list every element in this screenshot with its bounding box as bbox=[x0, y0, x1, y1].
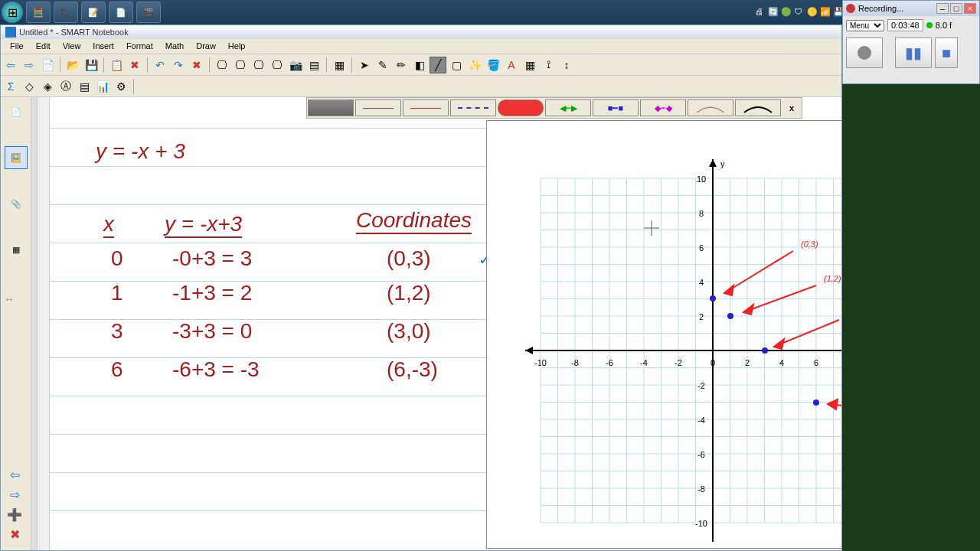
screen3-button[interactable]: 🖵 bbox=[250, 57, 267, 73]
start-button[interactable]: ⊞ bbox=[2, 2, 23, 23]
maximize-button[interactable]: □ bbox=[950, 3, 962, 14]
add-page-button[interactable]: 📄 bbox=[39, 57, 56, 73]
line-solid-red[interactable] bbox=[403, 99, 449, 116]
svg-marker-77 bbox=[743, 305, 753, 315]
canvas[interactable]: ◀┅▶ ■━■ ◆┅◆ x y = -x + 3 x y = -x+3 Coor… bbox=[50, 97, 841, 550]
window-title: Untitled * - SMART Notebook bbox=[19, 28, 129, 37]
properties-tool[interactable]: ▦ bbox=[521, 57, 538, 73]
move-toolbar[interactable]: ↕ bbox=[558, 57, 575, 73]
svg-text:10: 10 bbox=[697, 174, 706, 184]
measure-tool[interactable]: ⟟ bbox=[540, 57, 557, 73]
screen4-button[interactable]: 🖵 bbox=[269, 57, 286, 73]
line-tool[interactable]: ╱ bbox=[430, 57, 446, 73]
window-titlebar[interactable]: Untitled * - SMART Notebook bbox=[1, 25, 841, 39]
compass-tool[interactable]: Ⓐ bbox=[57, 78, 74, 95]
shade-button[interactable]: ▤ bbox=[305, 57, 322, 73]
menu-format[interactable]: Format bbox=[120, 39, 159, 54]
line-style-toolbar[interactable]: ◀┅▶ ■━■ ◆┅◆ x bbox=[306, 97, 802, 119]
taskbar-app[interactable]: 📞 bbox=[54, 2, 78, 23]
screen2-button[interactable]: 🖵 bbox=[232, 57, 249, 73]
taskbar-app[interactable]: 🎬 bbox=[136, 2, 161, 23]
sidebar-attachments[interactable]: 📎 bbox=[5, 192, 28, 215]
magic-pen-tool[interactable]: ✨ bbox=[466, 57, 483, 73]
save-button[interactable]: 💾 bbox=[83, 57, 100, 73]
line-arc2[interactable] bbox=[735, 99, 781, 116]
menu-edit[interactable]: Edit bbox=[30, 39, 57, 54]
nav-next[interactable]: ⇨ bbox=[4, 486, 25, 503]
cell-y: -0+3 = 3 bbox=[172, 246, 252, 271]
menu-insert[interactable]: Insert bbox=[87, 39, 120, 54]
panel-splitter[interactable] bbox=[31, 97, 38, 550]
pen-tool[interactable]: ✎ bbox=[374, 57, 391, 73]
pause-button[interactable]: ▮▮ bbox=[895, 37, 932, 68]
line-arrow-red[interactable] bbox=[498, 99, 544, 116]
close-button[interactable]: × bbox=[964, 3, 976, 14]
recording-menu-dropdown[interactable]: Menu bbox=[846, 20, 884, 31]
nav-add[interactable]: ➕ bbox=[4, 506, 25, 523]
tray-icon[interactable]: 🔄 bbox=[768, 7, 779, 18]
select-tool[interactable]: ➤ bbox=[356, 57, 373, 73]
menu-file[interactable]: File bbox=[4, 39, 30, 54]
tray-icon[interactable]: 🛡 bbox=[794, 7, 805, 18]
sidebar-properties[interactable]: ▦ bbox=[5, 238, 28, 261]
shape-tool2[interactable]: ◇ bbox=[21, 78, 38, 95]
capture-button[interactable]: 📷 bbox=[287, 57, 304, 73]
line-diamond-magenta[interactable]: ◆┅◆ bbox=[640, 99, 686, 116]
nav-delete[interactable]: ✖ bbox=[4, 526, 25, 543]
text-tool[interactable]: A bbox=[503, 57, 520, 73]
paste-button[interactable]: 📋 bbox=[108, 57, 125, 73]
line-square-blue[interactable]: ■━■ bbox=[593, 99, 639, 116]
taskbar-app[interactable]: 📝 bbox=[81, 2, 106, 23]
forward-button[interactable]: ⇨ bbox=[21, 57, 38, 73]
gear-tool[interactable]: ⚙ bbox=[113, 78, 129, 95]
sigma-tool[interactable]: Σ bbox=[2, 78, 19, 95]
line-solid-thick[interactable] bbox=[308, 99, 354, 116]
main-toolbar: ⇦ ⇨ 📄 📂 💾 📋 ✖ ↶ ↷ ✖ 🖵 🖵 🖵 🖵 📷 ▤ ▦ ➤ ✎ ✏ … bbox=[1, 54, 841, 76]
sidebar-gallery[interactable]: 🖼️ bbox=[5, 146, 28, 169]
taskbar-app[interactable]: 📄 bbox=[109, 2, 133, 23]
creative-pen-tool[interactable]: ✏ bbox=[393, 57, 410, 73]
table-button[interactable]: ▦ bbox=[331, 57, 348, 73]
resize-handle-icon[interactable]: ↔ bbox=[4, 293, 15, 305]
menu-math[interactable]: Math bbox=[159, 39, 190, 54]
delete2-button[interactable]: ✖ bbox=[188, 57, 205, 73]
redo-button[interactable]: ↷ bbox=[170, 57, 187, 73]
undo-button[interactable]: ↶ bbox=[152, 57, 168, 73]
open-button[interactable]: 📂 bbox=[64, 57, 81, 73]
col-x-header: x bbox=[103, 212, 114, 238]
graph-tool[interactable]: 📊 bbox=[94, 78, 111, 95]
taskbar-app[interactable]: 🧮 bbox=[26, 2, 51, 23]
sidebar-pages[interactable]: 📄 bbox=[5, 100, 28, 123]
recording-window[interactable]: Recording... – □ × Menu 0:03:48 8.0 f ▮▮… bbox=[842, 0, 980, 84]
delete-button[interactable]: ✖ bbox=[126, 57, 143, 73]
menu-view[interactable]: View bbox=[57, 39, 87, 54]
svg-text:-6: -6 bbox=[697, 450, 705, 459]
nav-prev[interactable]: ⇦ bbox=[4, 466, 25, 483]
tray-icon[interactable]: 🟡 bbox=[807, 7, 818, 18]
stop-button[interactable]: ■ bbox=[935, 37, 958, 68]
cell-x: 6 bbox=[111, 357, 123, 382]
back-button[interactable]: ⇦ bbox=[2, 57, 19, 73]
tray-icon[interactable]: 📶 bbox=[820, 7, 831, 18]
line-solid-thin[interactable] bbox=[355, 99, 401, 116]
3d-tool[interactable]: ◈ bbox=[39, 78, 56, 95]
recording-titlebar[interactable]: Recording... – □ × bbox=[843, 1, 979, 16]
screen-button[interactable]: 🖵 bbox=[214, 57, 230, 73]
eraser-tool[interactable]: ◧ bbox=[411, 57, 428, 73]
line-toolbar-close[interactable]: x bbox=[782, 99, 801, 116]
tray-icon[interactable]: 🟢 bbox=[781, 7, 792, 18]
fill-tool[interactable]: 🪣 bbox=[485, 57, 501, 73]
shape-tool[interactable]: ▢ bbox=[448, 57, 465, 73]
record-button[interactable] bbox=[846, 37, 883, 68]
line-dashed-blue[interactable] bbox=[450, 99, 496, 116]
menu-draw[interactable]: Draw bbox=[190, 39, 222, 54]
line-dashed-green[interactable]: ◀┅▶ bbox=[545, 99, 591, 116]
graph-panel[interactable]: x y -10-8-6-4-20246810 108642-2-4-6-8-10 bbox=[486, 120, 841, 549]
secondary-toolbar: Σ ◇ ◈ Ⓐ ▤ 📊 ⚙ bbox=[1, 76, 841, 97]
minimize-button[interactable]: – bbox=[936, 3, 949, 14]
svg-text:-8: -8 bbox=[571, 358, 579, 367]
menu-help[interactable]: Help bbox=[222, 39, 252, 54]
tray-icon[interactable]: 🖨 bbox=[755, 7, 766, 18]
table2-tool[interactable]: ▤ bbox=[76, 78, 93, 95]
line-arc1[interactable] bbox=[688, 99, 733, 116]
